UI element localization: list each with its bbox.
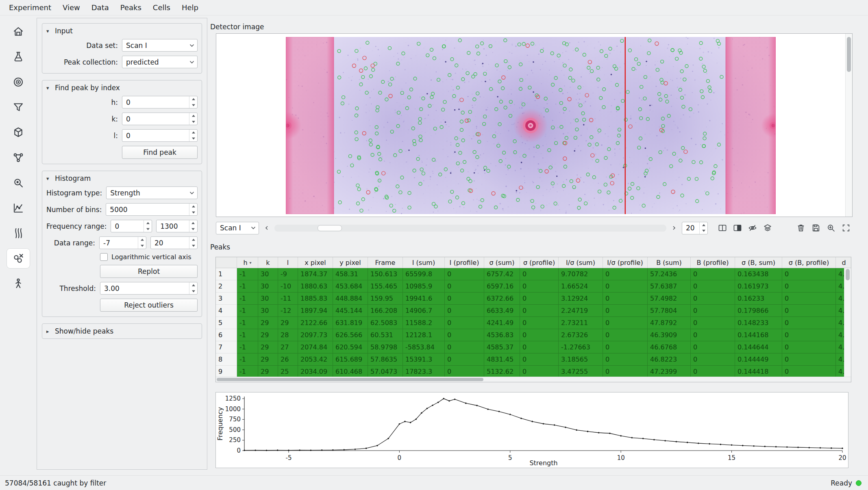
sidebar-item-predict[interactable] <box>7 148 30 167</box>
data-range-min-spinbox[interactable]: -7 <box>99 236 146 249</box>
reject-outliers-button[interactable]: Reject outliers <box>100 299 198 312</box>
sidebar-item-experiment[interactable] <box>7 47 30 67</box>
column-header-3[interactable]: x pixel <box>298 257 333 268</box>
menu-help[interactable]: Help <box>176 1 204 14</box>
column-header-4[interactable]: y pixel <box>333 257 368 268</box>
sidebar-item-shape-model[interactable] <box>7 223 30 243</box>
table-row[interactable]: 3-130-111885.83448.884159.9519941.606372… <box>216 293 851 305</box>
log-axis-checkbox[interactable] <box>100 253 108 261</box>
column-header-0[interactable]: h▾ <box>237 257 258 268</box>
frequency-min-spinbox[interactable]: 0 <box>111 220 152 232</box>
sidebar-item-integrate[interactable] <box>7 198 30 218</box>
hide-peaks-button[interactable] <box>746 222 759 234</box>
threshold-spinbox[interactable]: 3.00 <box>100 282 198 295</box>
input-group-title[interactable]: ▾ Input <box>46 27 198 35</box>
column-header-8[interactable]: σ (sum) <box>484 257 520 268</box>
collapse-arrow-icon[interactable]: ▾ <box>46 28 51 34</box>
table-vertical-scrollbar-thumb[interactable] <box>846 269 850 280</box>
collapse-arrow-icon[interactable]: ▸ <box>46 328 51 334</box>
table-vertical-scrollbar[interactable] <box>844 268 851 377</box>
menu-experiment[interactable]: Experiment <box>3 1 57 14</box>
spin-buttons[interactable] <box>189 113 197 125</box>
detector-image[interactable] <box>286 37 776 214</box>
fit-view-button[interactable] <box>840 222 853 234</box>
sidebar-item-rescale[interactable] <box>7 274 30 293</box>
sidebar-item-index[interactable] <box>7 123 30 142</box>
column-header-1[interactable]: k <box>258 257 278 268</box>
column-header-14[interactable]: σ (B, sum) <box>735 257 782 268</box>
frame-spinbox[interactable]: 20 <box>682 222 708 234</box>
spin-buttons[interactable] <box>138 237 146 249</box>
table-row[interactable]: 8-129262053.42615.68957.863515391.304831… <box>216 353 851 366</box>
spin-buttons[interactable] <box>699 222 707 234</box>
spin-buttons[interactable] <box>189 204 197 215</box>
frame-scrollbar[interactable] <box>274 225 666 232</box>
detector-vertical-scrollbar[interactable] <box>845 34 852 217</box>
column-header-7[interactable]: I (profile) <box>445 257 484 268</box>
data-set-combo[interactable]: Scan I <box>122 39 198 52</box>
bins-spinbox[interactable]: 5000 <box>106 203 198 216</box>
table-horizontal-scrollbar[interactable] <box>216 377 851 382</box>
column-header-11[interactable]: I/σ (profile) <box>603 257 648 268</box>
table-row[interactable]: 5-129292122.66631.81962.508311588.204241… <box>216 317 851 329</box>
spin-buttons[interactable] <box>189 237 197 249</box>
sidebar-item-find-peaks[interactable] <box>7 72 30 92</box>
collapse-arrow-icon[interactable]: ▾ <box>46 176 51 182</box>
histogram-group-title[interactable]: ▾ Histogram <box>46 174 198 182</box>
layers-button[interactable] <box>761 222 774 234</box>
spin-buttons[interactable] <box>144 220 152 232</box>
spin-buttons[interactable] <box>189 220 197 232</box>
menu-view[interactable]: View <box>57 1 86 14</box>
sidebar-item-home[interactable] <box>7 22 30 41</box>
table-row[interactable]: 6-129282097.73626.56660.53112128.104536.… <box>216 329 851 341</box>
menu-peaks[interactable]: Peaks <box>115 1 147 14</box>
column-header-10[interactable]: I/σ (sum) <box>559 257 603 268</box>
replot-button[interactable]: Replot <box>100 265 198 278</box>
l-spinbox[interactable]: 0 <box>122 129 198 142</box>
h-spinbox[interactable]: 0 <box>122 96 198 108</box>
detector-vertical-scrollbar-thumb[interactable] <box>847 37 851 72</box>
collapse-arrow-icon[interactable]: ▾ <box>46 85 51 91</box>
spin-buttons[interactable] <box>189 130 197 141</box>
frame-previous-button[interactable] <box>262 223 271 232</box>
sidebar-item-filter[interactable] <box>7 98 30 117</box>
show-hide-peaks-title[interactable]: ▸ Show/hide peaks <box>46 327 198 335</box>
column-header-9[interactable]: σ (profile) <box>520 257 559 268</box>
table-row[interactable]: 2-130-101880.63453.684155.46510985.90659… <box>216 280 851 293</box>
table-horizontal-scrollbar-thumb[interactable] <box>217 378 483 381</box>
contrast-button[interactable] <box>731 222 744 234</box>
find-peak-group-title[interactable]: ▾ Find peak by index <box>46 84 198 92</box>
table-row[interactable]: 9-129252034.09610.46857.047317823.305132… <box>216 366 851 378</box>
column-header-16[interactable]: d <box>836 257 851 268</box>
column-header-2[interactable]: l <box>278 257 298 268</box>
column-header-5[interactable]: Frame <box>368 257 403 268</box>
strength-histogram-chart[interactable]: 025050075010001250-505101520StrengthFreq… <box>216 392 848 468</box>
table-row[interactable]: 1-130-91874.37458.31150.61365599.806757.… <box>216 268 851 280</box>
save-image-button[interactable] <box>809 222 822 234</box>
column-header-12[interactable]: B (sum) <box>648 257 691 268</box>
frequency-max-spinbox[interactable]: 1300 <box>156 220 198 232</box>
detector-view[interactable] <box>216 33 853 217</box>
scan-combo[interactable]: Scan I <box>216 222 259 234</box>
table-row[interactable]: 4-130-121897.94445.144166.20814906.70663… <box>216 305 851 317</box>
peak-collection-combo[interactable]: predicted <box>122 56 198 68</box>
spin-buttons[interactable] <box>189 282 197 294</box>
histogram-type-combo[interactable]: Strength <box>106 186 198 199</box>
column-header-6[interactable]: I (sum) <box>403 257 445 268</box>
display-mode-button[interactable] <box>716 222 729 234</box>
column-header-15[interactable]: σ (B, profile) <box>782 257 836 268</box>
spin-buttons[interactable] <box>189 96 197 108</box>
detector-image-canvas[interactable] <box>286 37 776 214</box>
menu-data[interactable]: Data <box>86 1 115 14</box>
data-range-max-spinbox[interactable]: 20 <box>150 236 198 249</box>
sidebar-item-reject[interactable] <box>7 249 30 268</box>
zoom-in-button[interactable] <box>824 222 838 234</box>
table-row[interactable]: 7-129272074.84620.59458.9798-5853.840458… <box>216 341 851 353</box>
delete-button[interactable] <box>794 222 807 234</box>
frame-next-button[interactable] <box>670 223 679 232</box>
frame-scrollbar-thumb[interactable] <box>318 225 342 231</box>
find-peak-button[interactable]: Find peak <box>122 146 198 159</box>
column-header-13[interactable]: B (profile) <box>691 257 735 268</box>
sidebar-item-refine[interactable] <box>7 173 30 193</box>
k-spinbox[interactable]: 0 <box>122 113 198 125</box>
